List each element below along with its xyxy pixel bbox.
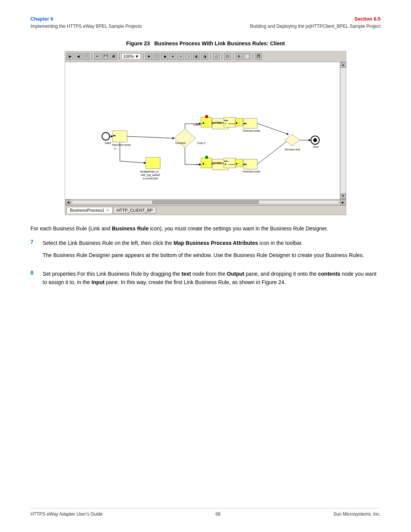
app-toolbar: ▶ ◀ 🔗 ✏ 💾 🖶 100% ▼ ■ □ ◆ ● ▪ ▫ ◐ ◑ ◇ O [65,51,346,62]
scroll-h-thumb [152,201,259,204]
step-7-sub: The Business Rule Designer pane appears … [43,251,364,259]
toolbar-icon-15[interactable]: ◇ [213,53,220,60]
svg-point-60 [205,156,208,159]
chapter-label: Chapter 6 [30,15,142,23]
svg-text:■■: ■■ [244,163,247,165]
header-right: Section 6.5 Building and Deploying the p… [250,15,381,30]
toolbar-icon-10[interactable]: ● [169,53,176,60]
step-8-number: 8 [30,270,38,276]
toolbar-icon-8[interactable]: □ [153,53,160,60]
toolbar-icon-3[interactable]: 🔗 [83,53,89,60]
canvas-area: Start ■■ FileClient.receiv e... Multiple… [65,62,346,199]
scroll-h-track [72,200,339,204]
footer-left: HTTPS eWay Adapter User's Guide [30,511,103,517]
svg-text:e...: e... [114,147,118,150]
scroll-left-btn[interactable]: ◀ [65,200,71,205]
toolbar-icon-18[interactable]: ⚪ [244,53,250,60]
header-left: Chapter 6 Implementing the HTTPS eWay BP… [30,15,142,30]
section-label: Section 6.5 [250,15,381,23]
toolbar-icon-13[interactable]: ◐ [193,53,200,60]
svg-text:Start: Start [105,141,112,145]
figure-container: ▶ ◀ 🔗 ✏ 💾 🖶 100% ▼ ■ □ ◆ ● ▪ ▫ ◐ ◑ ◇ O [65,51,346,215]
toolbar-icon-5[interactable]: 💾 [102,53,109,60]
svg-point-1 [102,133,110,140]
toolbar-sep-7 [252,53,253,60]
footer-page-number: 68 [215,511,220,517]
toolbar-sep-3 [143,53,143,60]
svg-text:▶→: ▶→ [236,162,241,165]
svg-text:▶→: ▶→ [236,121,241,124]
toolbar-sep-1 [91,53,92,60]
zoom-value: 100% [123,54,134,59]
svg-text:Decision: Decision [175,142,186,144]
figure-title: Business Process With Link Business Rule… [154,40,285,46]
page-container: Chapter 6 Implementing the HTTPS eWay BP… [0,0,411,532]
toolbar-icon-19[interactable]: 🗍 [255,53,262,60]
toolbar-sep-4 [210,53,211,60]
svg-text:e.unmarshal: e.unmarshal [143,177,158,180]
svg-text:▶▶: ▶▶ [225,119,228,121]
tab-label-2: HTTP_CLIENT_BP [117,208,153,212]
scroll-up-btn[interactable]: ▲ [341,62,346,68]
toolbar-sep-2 [119,53,119,60]
step-8-content: Set properties For this Link Business Ru… [43,270,381,291]
svg-text:End: End [313,145,319,149]
toolbar-icon-14[interactable]: ◑ [201,53,208,60]
svg-text:■■: ■■ [113,134,116,137]
step-8: 8 Set properties For this Link Business … [30,270,381,291]
toolbar-icon-6[interactable]: 🖶 [110,53,117,60]
scrollbar-right[interactable]: ▲ ▼ [340,62,346,199]
svg-text:FileClient.receiv: FileClient.receiv [112,144,131,146]
toolbar-sep-6 [233,53,234,60]
bpel-diagram: Start ■■ FileClient.receiv e... Multiple… [65,62,346,199]
toolbar-icon-17[interactable]: ⊗ [236,53,242,60]
page-footer: HTTPS eWay Adapter User's Guide 68 Sun M… [30,508,381,517]
zoom-dropdown-icon[interactable]: ▼ [135,54,139,59]
figure-caption: Figure 23 Business Process With Link Bus… [30,40,381,46]
toolbar-sep-5 [221,53,222,60]
svg-text:FileClient.write: FileClient.write [243,129,260,132]
svg-text:▲: ▲ [202,161,205,165]
svg-text:■■: ■■ [244,122,247,125]
scroll-right-btn[interactable]: ▶ [340,200,346,205]
tab-label-1: BusinessProcess1 [70,208,105,212]
svg-text:▶: ▶ [225,163,227,165]
footer-right: Sun Microsystems, Inc. [333,511,381,517]
step-7-number: 7 [30,239,38,245]
svg-rect-0 [68,62,343,199]
svg-rect-8 [146,157,160,169]
step-7: 7 Select the Link Business Rule on the l… [30,239,381,264]
toolbar-icon-11[interactable]: ▪ [177,53,184,60]
svg-text:▶▶: ▶▶ [225,160,228,162]
scroll-down-btn[interactable]: ▼ [341,193,346,199]
section-sub: Building and Deploying the prjHTTPClient… [250,23,381,30]
toolbar-icon-9[interactable]: ◆ [161,53,168,60]
bottom-tabs: BusinessProcess1 ✕ HTTP_CLIENT_BP [65,205,346,215]
step-7-content: Select the Link Business Rule on the lef… [43,239,364,264]
tab-close-1[interactable]: ✕ [106,208,109,212]
scrollbar-bottom[interactable]: ◀ ▶ [65,199,346,205]
tab-businessprocess1[interactable]: BusinessProcess1 ✕ [67,207,113,213]
svg-text:Decision.end: Decision.end [285,148,300,151]
toolbar-icon-12[interactable]: ▫ [185,53,192,60]
svg-text:with_top_websit: with_top_websit [140,174,160,177]
toolbar-icon-4[interactable]: ✏ [94,53,101,60]
svg-text:▶: ▶ [225,122,227,125]
svg-point-57 [205,115,208,118]
svg-point-39 [313,138,317,142]
svg-text:MultipleData_in_: MultipleData_in_ [140,170,160,173]
scroll-right-track [341,68,346,193]
intro-paragraph: For each Business Rule (Link and Busines… [30,224,381,233]
svg-text:▲: ▲ [202,121,205,125]
step-7-text: Select the Link Business Rule on the lef… [43,239,364,247]
toolbar-icon-16[interactable]: O [224,53,231,60]
toolbar-icon-1[interactable]: ▶ [67,53,73,60]
figure-number: Figure 23 [126,40,150,46]
svg-text:FileClient.write: FileClient.write [243,170,260,173]
svg-text:Case 2: Case 2 [197,142,206,144]
tab-http-client-bp[interactable]: HTTP_CLIENT_BP [113,207,156,214]
page-header: Chapter 6 Implementing the HTTPS eWay BP… [30,15,381,30]
toolbar-zoom[interactable]: 100% ▼ [121,53,141,59]
toolbar-icon-2[interactable]: ◀ [75,53,81,60]
toolbar-icon-7[interactable]: ■ [145,53,152,60]
